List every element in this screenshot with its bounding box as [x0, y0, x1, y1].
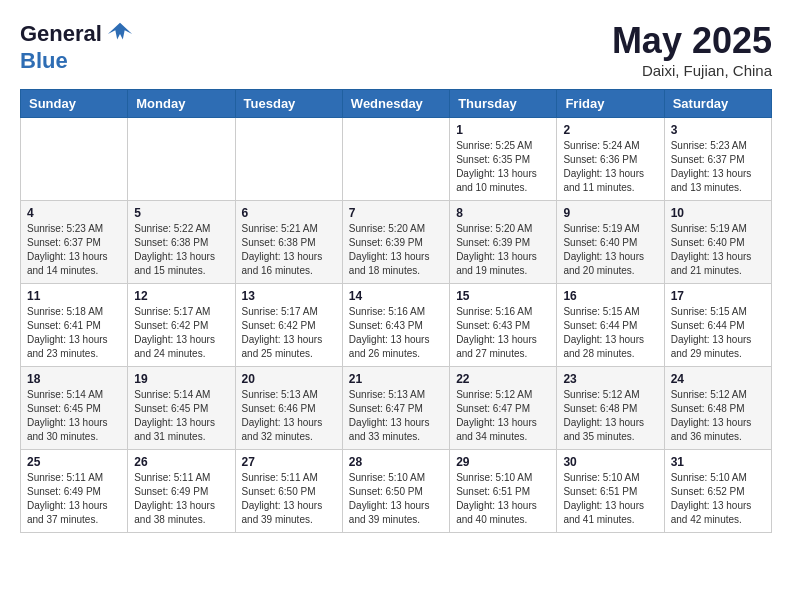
calendar-cell-4-7: 24Sunrise: 5:12 AMSunset: 6:48 PMDayligh… — [664, 367, 771, 450]
day-info: Sunrise: 5:16 AMSunset: 6:43 PMDaylight:… — [349, 305, 443, 361]
calendar-week-3: 11Sunrise: 5:18 AMSunset: 6:41 PMDayligh… — [21, 284, 772, 367]
calendar-cell-1-7: 3Sunrise: 5:23 AMSunset: 6:37 PMDaylight… — [664, 118, 771, 201]
calendar-cell-2-5: 8Sunrise: 5:20 AMSunset: 6:39 PMDaylight… — [450, 201, 557, 284]
calendar-cell-2-3: 6Sunrise: 5:21 AMSunset: 6:38 PMDaylight… — [235, 201, 342, 284]
calendar-cell-4-4: 21Sunrise: 5:13 AMSunset: 6:47 PMDayligh… — [342, 367, 449, 450]
calendar-cell-2-6: 9Sunrise: 5:19 AMSunset: 6:40 PMDaylight… — [557, 201, 664, 284]
calendar-cell-4-6: 23Sunrise: 5:12 AMSunset: 6:48 PMDayligh… — [557, 367, 664, 450]
calendar-week-2: 4Sunrise: 5:23 AMSunset: 6:37 PMDaylight… — [21, 201, 772, 284]
day-info: Sunrise: 5:12 AMSunset: 6:48 PMDaylight:… — [671, 388, 765, 444]
day-info: Sunrise: 5:20 AMSunset: 6:39 PMDaylight:… — [456, 222, 550, 278]
day-number: 2 — [563, 123, 657, 137]
header-friday: Friday — [557, 90, 664, 118]
day-number: 16 — [563, 289, 657, 303]
calendar-cell-5-2: 26Sunrise: 5:11 AMSunset: 6:49 PMDayligh… — [128, 450, 235, 533]
logo-general: General — [20, 21, 102, 47]
day-info: Sunrise: 5:10 AMSunset: 6:50 PMDaylight:… — [349, 471, 443, 527]
calendar-cell-4-2: 19Sunrise: 5:14 AMSunset: 6:45 PMDayligh… — [128, 367, 235, 450]
calendar-cell-5-6: 30Sunrise: 5:10 AMSunset: 6:51 PMDayligh… — [557, 450, 664, 533]
calendar-week-4: 18Sunrise: 5:14 AMSunset: 6:45 PMDayligh… — [21, 367, 772, 450]
header-tuesday: Tuesday — [235, 90, 342, 118]
day-number: 26 — [134, 455, 228, 469]
calendar-cell-1-3 — [235, 118, 342, 201]
calendar-cell-3-3: 13Sunrise: 5:17 AMSunset: 6:42 PMDayligh… — [235, 284, 342, 367]
calendar-cell-3-6: 16Sunrise: 5:15 AMSunset: 6:44 PMDayligh… — [557, 284, 664, 367]
logo-bird-icon — [106, 20, 134, 48]
day-number: 13 — [242, 289, 336, 303]
day-number: 21 — [349, 372, 443, 386]
calendar-cell-3-4: 14Sunrise: 5:16 AMSunset: 6:43 PMDayligh… — [342, 284, 449, 367]
day-info: Sunrise: 5:13 AMSunset: 6:47 PMDaylight:… — [349, 388, 443, 444]
day-info: Sunrise: 5:25 AMSunset: 6:35 PMDaylight:… — [456, 139, 550, 195]
calendar-header-row: SundayMondayTuesdayWednesdayThursdayFrid… — [21, 90, 772, 118]
header-monday: Monday — [128, 90, 235, 118]
day-number: 1 — [456, 123, 550, 137]
logo-blue: Blue — [20, 48, 68, 73]
header-thursday: Thursday — [450, 90, 557, 118]
day-number: 20 — [242, 372, 336, 386]
calendar-cell-4-1: 18Sunrise: 5:14 AMSunset: 6:45 PMDayligh… — [21, 367, 128, 450]
location-subtitle: Daixi, Fujian, China — [612, 62, 772, 79]
day-number: 18 — [27, 372, 121, 386]
day-info: Sunrise: 5:20 AMSunset: 6:39 PMDaylight:… — [349, 222, 443, 278]
title-block: May 2025 Daixi, Fujian, China — [612, 20, 772, 79]
calendar-table: SundayMondayTuesdayWednesdayThursdayFrid… — [20, 89, 772, 533]
day-info: Sunrise: 5:15 AMSunset: 6:44 PMDaylight:… — [563, 305, 657, 361]
day-number: 4 — [27, 206, 121, 220]
calendar-cell-2-4: 7Sunrise: 5:20 AMSunset: 6:39 PMDaylight… — [342, 201, 449, 284]
page-header: General Blue May 2025 Daixi, Fujian, Chi… — [20, 20, 772, 79]
calendar-cell-5-7: 31Sunrise: 5:10 AMSunset: 6:52 PMDayligh… — [664, 450, 771, 533]
day-number: 23 — [563, 372, 657, 386]
header-sunday: Sunday — [21, 90, 128, 118]
day-info: Sunrise: 5:14 AMSunset: 6:45 PMDaylight:… — [134, 388, 228, 444]
day-info: Sunrise: 5:23 AMSunset: 6:37 PMDaylight:… — [27, 222, 121, 278]
calendar-cell-2-1: 4Sunrise: 5:23 AMSunset: 6:37 PMDaylight… — [21, 201, 128, 284]
day-number: 22 — [456, 372, 550, 386]
month-title: May 2025 — [612, 20, 772, 62]
day-info: Sunrise: 5:12 AMSunset: 6:48 PMDaylight:… — [563, 388, 657, 444]
day-info: Sunrise: 5:11 AMSunset: 6:49 PMDaylight:… — [27, 471, 121, 527]
day-number: 27 — [242, 455, 336, 469]
calendar-cell-5-5: 29Sunrise: 5:10 AMSunset: 6:51 PMDayligh… — [450, 450, 557, 533]
day-info: Sunrise: 5:17 AMSunset: 6:42 PMDaylight:… — [134, 305, 228, 361]
day-info: Sunrise: 5:13 AMSunset: 6:46 PMDaylight:… — [242, 388, 336, 444]
day-info: Sunrise: 5:15 AMSunset: 6:44 PMDaylight:… — [671, 305, 765, 361]
day-number: 14 — [349, 289, 443, 303]
day-number: 6 — [242, 206, 336, 220]
calendar-cell-3-5: 15Sunrise: 5:16 AMSunset: 6:43 PMDayligh… — [450, 284, 557, 367]
calendar-week-1: 1Sunrise: 5:25 AMSunset: 6:35 PMDaylight… — [21, 118, 772, 201]
calendar-cell-1-5: 1Sunrise: 5:25 AMSunset: 6:35 PMDaylight… — [450, 118, 557, 201]
day-info: Sunrise: 5:23 AMSunset: 6:37 PMDaylight:… — [671, 139, 765, 195]
day-info: Sunrise: 5:10 AMSunset: 6:52 PMDaylight:… — [671, 471, 765, 527]
day-number: 29 — [456, 455, 550, 469]
calendar-cell-5-4: 28Sunrise: 5:10 AMSunset: 6:50 PMDayligh… — [342, 450, 449, 533]
svg-marker-0 — [108, 23, 132, 40]
day-number: 5 — [134, 206, 228, 220]
day-info: Sunrise: 5:17 AMSunset: 6:42 PMDaylight:… — [242, 305, 336, 361]
calendar-cell-1-2 — [128, 118, 235, 201]
calendar-cell-1-4 — [342, 118, 449, 201]
day-info: Sunrise: 5:18 AMSunset: 6:41 PMDaylight:… — [27, 305, 121, 361]
day-number: 7 — [349, 206, 443, 220]
day-number: 24 — [671, 372, 765, 386]
day-number: 15 — [456, 289, 550, 303]
calendar-cell-4-5: 22Sunrise: 5:12 AMSunset: 6:47 PMDayligh… — [450, 367, 557, 450]
day-info: Sunrise: 5:19 AMSunset: 6:40 PMDaylight:… — [563, 222, 657, 278]
calendar-cell-1-1 — [21, 118, 128, 201]
calendar-cell-5-3: 27Sunrise: 5:11 AMSunset: 6:50 PMDayligh… — [235, 450, 342, 533]
day-number: 3 — [671, 123, 765, 137]
header-wednesday: Wednesday — [342, 90, 449, 118]
day-number: 11 — [27, 289, 121, 303]
logo: General Blue — [20, 20, 134, 74]
day-number: 12 — [134, 289, 228, 303]
day-info: Sunrise: 5:16 AMSunset: 6:43 PMDaylight:… — [456, 305, 550, 361]
day-info: Sunrise: 5:21 AMSunset: 6:38 PMDaylight:… — [242, 222, 336, 278]
day-info: Sunrise: 5:22 AMSunset: 6:38 PMDaylight:… — [134, 222, 228, 278]
day-info: Sunrise: 5:10 AMSunset: 6:51 PMDaylight:… — [456, 471, 550, 527]
day-info: Sunrise: 5:10 AMSunset: 6:51 PMDaylight:… — [563, 471, 657, 527]
day-number: 8 — [456, 206, 550, 220]
day-number: 28 — [349, 455, 443, 469]
calendar-week-5: 25Sunrise: 5:11 AMSunset: 6:49 PMDayligh… — [21, 450, 772, 533]
calendar-cell-3-2: 12Sunrise: 5:17 AMSunset: 6:42 PMDayligh… — [128, 284, 235, 367]
day-info: Sunrise: 5:14 AMSunset: 6:45 PMDaylight:… — [27, 388, 121, 444]
